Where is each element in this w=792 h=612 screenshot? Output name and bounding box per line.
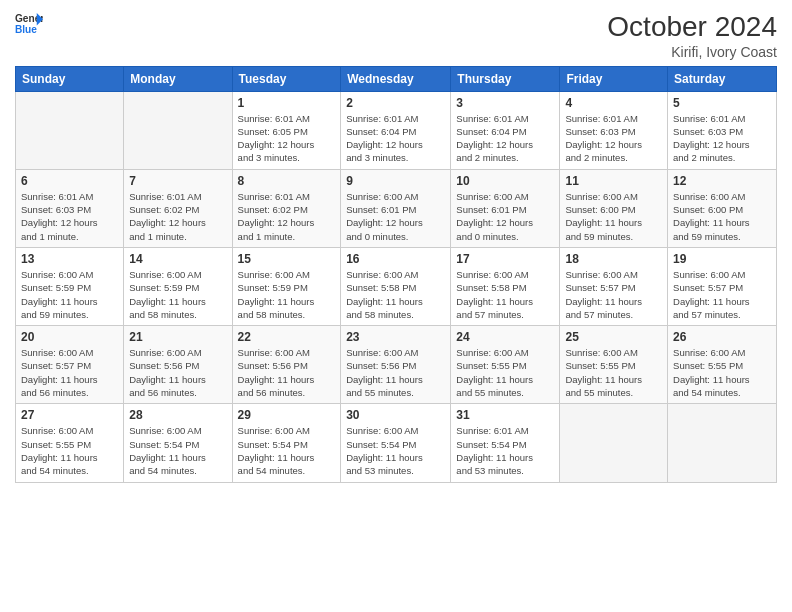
calendar-header-row: SundayMondayTuesdayWednesdayThursdayFrid… <box>16 66 777 91</box>
calendar-cell <box>560 404 668 482</box>
day-number: 30 <box>346 408 445 422</box>
day-info: Sunrise: 6:00 AM Sunset: 5:56 PM Dayligh… <box>129 346 226 399</box>
calendar-cell: 21Sunrise: 6:00 AM Sunset: 5:56 PM Dayli… <box>124 326 232 404</box>
calendar-cell: 2Sunrise: 6:01 AM Sunset: 6:04 PM Daylig… <box>341 91 451 169</box>
calendar-cell: 14Sunrise: 6:00 AM Sunset: 5:59 PM Dayli… <box>124 247 232 325</box>
calendar-cell: 13Sunrise: 6:00 AM Sunset: 5:59 PM Dayli… <box>16 247 124 325</box>
day-info: Sunrise: 6:00 AM Sunset: 5:54 PM Dayligh… <box>238 424 336 477</box>
calendar-cell: 10Sunrise: 6:00 AM Sunset: 6:01 PM Dayli… <box>451 169 560 247</box>
day-info: Sunrise: 6:00 AM Sunset: 5:57 PM Dayligh… <box>21 346 118 399</box>
day-number: 18 <box>565 252 662 266</box>
day-info: Sunrise: 6:00 AM Sunset: 6:01 PM Dayligh… <box>456 190 554 243</box>
day-number: 16 <box>346 252 445 266</box>
calendar-cell: 18Sunrise: 6:00 AM Sunset: 5:57 PM Dayli… <box>560 247 668 325</box>
day-number: 27 <box>21 408 118 422</box>
calendar-week-3: 13Sunrise: 6:00 AM Sunset: 5:59 PM Dayli… <box>16 247 777 325</box>
calendar-header-saturday: Saturday <box>668 66 777 91</box>
day-info: Sunrise: 6:00 AM Sunset: 5:59 PM Dayligh… <box>21 268 118 321</box>
day-number: 24 <box>456 330 554 344</box>
day-info: Sunrise: 6:01 AM Sunset: 6:02 PM Dayligh… <box>129 190 226 243</box>
calendar-title: October 2024 <box>607 10 777 44</box>
title-block: October 2024 Kirifi, Ivory Coast <box>607 10 777 60</box>
day-number: 10 <box>456 174 554 188</box>
day-info: Sunrise: 6:00 AM Sunset: 5:56 PM Dayligh… <box>238 346 336 399</box>
calendar-table: SundayMondayTuesdayWednesdayThursdayFrid… <box>15 66 777 483</box>
calendar-cell: 7Sunrise: 6:01 AM Sunset: 6:02 PM Daylig… <box>124 169 232 247</box>
calendar-cell: 30Sunrise: 6:00 AM Sunset: 5:54 PM Dayli… <box>341 404 451 482</box>
day-number: 17 <box>456 252 554 266</box>
calendar-cell: 16Sunrise: 6:00 AM Sunset: 5:58 PM Dayli… <box>341 247 451 325</box>
day-number: 5 <box>673 96 771 110</box>
calendar-cell: 20Sunrise: 6:00 AM Sunset: 5:57 PM Dayli… <box>16 326 124 404</box>
day-number: 9 <box>346 174 445 188</box>
day-number: 4 <box>565 96 662 110</box>
day-info: Sunrise: 6:00 AM Sunset: 5:55 PM Dayligh… <box>673 346 771 399</box>
day-number: 31 <box>456 408 554 422</box>
day-number: 21 <box>129 330 226 344</box>
day-info: Sunrise: 6:00 AM Sunset: 5:56 PM Dayligh… <box>346 346 445 399</box>
logo-icon: General Blue <box>15 10 43 38</box>
calendar-cell: 4Sunrise: 6:01 AM Sunset: 6:03 PM Daylig… <box>560 91 668 169</box>
day-number: 19 <box>673 252 771 266</box>
day-number: 22 <box>238 330 336 344</box>
calendar-week-2: 6Sunrise: 6:01 AM Sunset: 6:03 PM Daylig… <box>16 169 777 247</box>
page-container: General Blue October 2024 Kirifi, Ivory … <box>0 0 792 498</box>
calendar-cell: 12Sunrise: 6:00 AM Sunset: 6:00 PM Dayli… <box>668 169 777 247</box>
calendar-cell: 15Sunrise: 6:00 AM Sunset: 5:59 PM Dayli… <box>232 247 341 325</box>
calendar-cell: 24Sunrise: 6:00 AM Sunset: 5:55 PM Dayli… <box>451 326 560 404</box>
day-number: 2 <box>346 96 445 110</box>
day-number: 7 <box>129 174 226 188</box>
day-info: Sunrise: 6:01 AM Sunset: 6:03 PM Dayligh… <box>21 190 118 243</box>
calendar-cell: 5Sunrise: 6:01 AM Sunset: 6:03 PM Daylig… <box>668 91 777 169</box>
calendar-cell: 26Sunrise: 6:00 AM Sunset: 5:55 PM Dayli… <box>668 326 777 404</box>
day-info: Sunrise: 6:00 AM Sunset: 5:59 PM Dayligh… <box>129 268 226 321</box>
day-number: 28 <box>129 408 226 422</box>
day-number: 11 <box>565 174 662 188</box>
calendar-header-sunday: Sunday <box>16 66 124 91</box>
day-info: Sunrise: 6:01 AM Sunset: 6:04 PM Dayligh… <box>456 112 554 165</box>
day-info: Sunrise: 6:01 AM Sunset: 6:05 PM Dayligh… <box>238 112 336 165</box>
day-info: Sunrise: 6:01 AM Sunset: 6:02 PM Dayligh… <box>238 190 336 243</box>
calendar-week-4: 20Sunrise: 6:00 AM Sunset: 5:57 PM Dayli… <box>16 326 777 404</box>
calendar-cell: 3Sunrise: 6:01 AM Sunset: 6:04 PM Daylig… <box>451 91 560 169</box>
calendar-cell <box>668 404 777 482</box>
calendar-subtitle: Kirifi, Ivory Coast <box>607 44 777 60</box>
day-number: 25 <box>565 330 662 344</box>
day-info: Sunrise: 6:00 AM Sunset: 5:54 PM Dayligh… <box>346 424 445 477</box>
day-info: Sunrise: 6:00 AM Sunset: 5:55 PM Dayligh… <box>565 346 662 399</box>
day-number: 15 <box>238 252 336 266</box>
calendar-cell: 19Sunrise: 6:00 AM Sunset: 5:57 PM Dayli… <box>668 247 777 325</box>
day-info: Sunrise: 6:01 AM Sunset: 5:54 PM Dayligh… <box>456 424 554 477</box>
calendar-cell: 29Sunrise: 6:00 AM Sunset: 5:54 PM Dayli… <box>232 404 341 482</box>
day-info: Sunrise: 6:00 AM Sunset: 6:00 PM Dayligh… <box>673 190 771 243</box>
day-number: 3 <box>456 96 554 110</box>
calendar-cell: 25Sunrise: 6:00 AM Sunset: 5:55 PM Dayli… <box>560 326 668 404</box>
calendar-header-friday: Friday <box>560 66 668 91</box>
day-number: 14 <box>129 252 226 266</box>
calendar-cell: 17Sunrise: 6:00 AM Sunset: 5:58 PM Dayli… <box>451 247 560 325</box>
day-info: Sunrise: 6:00 AM Sunset: 5:58 PM Dayligh… <box>456 268 554 321</box>
day-number: 6 <box>21 174 118 188</box>
svg-text:Blue: Blue <box>15 24 37 35</box>
calendar-header-monday: Monday <box>124 66 232 91</box>
calendar-cell <box>124 91 232 169</box>
calendar-cell: 6Sunrise: 6:01 AM Sunset: 6:03 PM Daylig… <box>16 169 124 247</box>
calendar-cell: 11Sunrise: 6:00 AM Sunset: 6:00 PM Dayli… <box>560 169 668 247</box>
day-info: Sunrise: 6:00 AM Sunset: 6:01 PM Dayligh… <box>346 190 445 243</box>
day-number: 23 <box>346 330 445 344</box>
calendar-week-5: 27Sunrise: 6:00 AM Sunset: 5:55 PM Dayli… <box>16 404 777 482</box>
calendar-cell: 8Sunrise: 6:01 AM Sunset: 6:02 PM Daylig… <box>232 169 341 247</box>
day-info: Sunrise: 6:00 AM Sunset: 6:00 PM Dayligh… <box>565 190 662 243</box>
calendar-cell: 27Sunrise: 6:00 AM Sunset: 5:55 PM Dayli… <box>16 404 124 482</box>
day-info: Sunrise: 6:00 AM Sunset: 5:55 PM Dayligh… <box>456 346 554 399</box>
calendar-cell: 23Sunrise: 6:00 AM Sunset: 5:56 PM Dayli… <box>341 326 451 404</box>
day-info: Sunrise: 6:01 AM Sunset: 6:04 PM Dayligh… <box>346 112 445 165</box>
calendar-cell: 9Sunrise: 6:00 AM Sunset: 6:01 PM Daylig… <box>341 169 451 247</box>
header: General Blue October 2024 Kirifi, Ivory … <box>15 10 777 60</box>
day-number: 29 <box>238 408 336 422</box>
day-info: Sunrise: 6:01 AM Sunset: 6:03 PM Dayligh… <box>565 112 662 165</box>
calendar-header-thursday: Thursday <box>451 66 560 91</box>
day-info: Sunrise: 6:00 AM Sunset: 5:57 PM Dayligh… <box>565 268 662 321</box>
day-number: 20 <box>21 330 118 344</box>
day-number: 13 <box>21 252 118 266</box>
